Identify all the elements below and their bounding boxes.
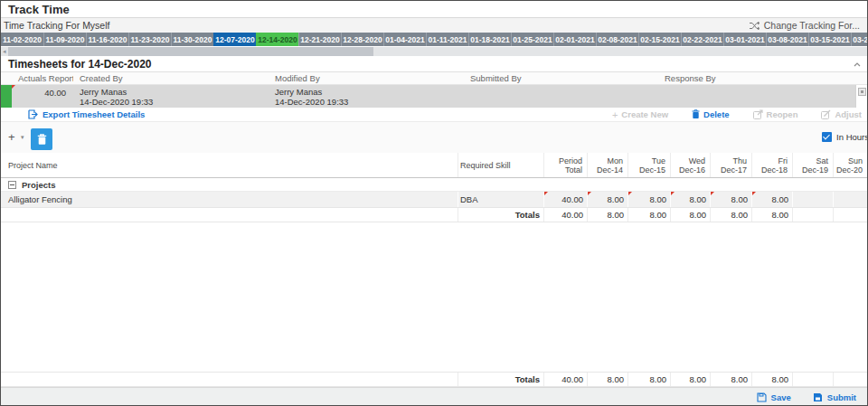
totals-wed: 8.00 xyxy=(670,373,710,386)
col-day-sun: SunDec-20 xyxy=(833,153,867,177)
week-tab[interactable]: 02-15-2021 xyxy=(638,33,681,46)
week-tab-current[interactable]: 12-14-2020 xyxy=(256,33,298,46)
totals-thu: 8.00 xyxy=(710,208,751,222)
project-row[interactable]: Alligator Fencing DBA 40.00 8.00 8.00 8.… xyxy=(1,192,867,208)
week-tab[interactable]: 01-04-2021 xyxy=(383,33,426,46)
hours-cell-sat[interactable] xyxy=(792,192,833,207)
week-tab[interactable]: 03-15-2021 xyxy=(808,33,851,46)
change-tracking-button[interactable]: Change Tracking For... xyxy=(750,20,860,31)
week-tab[interactable]: 11-30-2020 xyxy=(171,33,213,46)
grand-totals-row: Totals 40.00 8.00 8.00 8.00 8.00 8.00 xyxy=(1,372,867,387)
totals-period: 40.00 xyxy=(543,373,587,386)
timesheet-section-header: Timesheets for 14-Dec-2020 xyxy=(1,57,867,72)
save-button[interactable]: Save xyxy=(757,392,791,402)
col-period-total: PeriodTotal xyxy=(543,153,587,177)
col-actuals-reported: Actuals Reported xyxy=(12,73,73,83)
timesheet-actions-bar: Export Timesheet Details + Create New De… xyxy=(1,108,867,122)
collapse-minus-icon[interactable] xyxy=(8,181,16,189)
week-tab[interactable]: 11-16-2020 xyxy=(86,33,128,46)
totals-mon: 8.00 xyxy=(587,373,627,386)
col-created-by: Created By xyxy=(73,73,269,83)
week-tab[interactable]: 03-01-2021 xyxy=(723,33,766,46)
totals-tue: 8.00 xyxy=(627,373,670,386)
created-by-name: Jerry Manas xyxy=(80,87,269,97)
created-by-date: 14-Dec-2020 19:33 xyxy=(80,97,269,107)
hours-cell-fri[interactable]: 8.00 xyxy=(751,192,792,207)
totals-sun xyxy=(833,373,867,386)
week-tab[interactable]: 12-28-2020 xyxy=(341,33,383,46)
totals-mon: 8.00 xyxy=(587,208,627,222)
reopen-button[interactable]: Reopen xyxy=(753,109,798,119)
status-strip-green xyxy=(1,85,12,108)
week-tab[interactable]: 11-23-2020 xyxy=(128,33,171,46)
week-tab[interactable]: 02-22-2021 xyxy=(681,33,723,46)
col-day-fri: FriDec-18 xyxy=(751,153,792,177)
tabs-scrollbar: ◂ xyxy=(1,46,867,57)
week-tab[interactable]: 01-11-2021 xyxy=(426,33,468,46)
totals-fri: 8.00 xyxy=(751,373,792,386)
reopen-icon xyxy=(753,109,763,119)
scroll-left-icon[interactable]: ◂ xyxy=(3,48,6,55)
totals-label: Totals xyxy=(458,208,543,222)
week-tab[interactable]: 02-01-2021 xyxy=(553,33,596,46)
hours-cell-sun[interactable] xyxy=(833,192,867,207)
page-title: Track Time xyxy=(8,3,70,16)
chevron-down-icon[interactable]: ▾ xyxy=(21,134,24,141)
change-flag-icon xyxy=(588,192,591,195)
week-tab[interactable]: 01-18-2021 xyxy=(468,33,511,46)
week-tab[interactable]: 02-08-2021 xyxy=(596,33,638,46)
week-tab[interactable]: 03-08-2021 xyxy=(766,33,808,46)
grid-toolbar: + ▾ In Hours xyxy=(1,122,867,153)
export-timesheet-link[interactable]: Export Timesheet Details xyxy=(28,109,145,119)
required-skill-cell: DBA xyxy=(458,192,543,207)
hours-cell-mon[interactable]: 8.00 xyxy=(587,192,627,207)
totals-label: Totals xyxy=(458,373,543,386)
change-flag-icon xyxy=(752,192,756,195)
change-flag-icon xyxy=(671,192,675,195)
delete-button[interactable]: Delete xyxy=(692,109,730,119)
totals-row: Totals 40.00 8.00 8.00 8.00 8.00 8.00 xyxy=(1,208,867,222)
totals-sat xyxy=(792,373,833,386)
actuals-reported-value: 40.00 xyxy=(12,85,73,108)
hours-cell-wed[interactable]: 8.00 xyxy=(670,192,710,207)
row-icon-cell xyxy=(855,85,867,108)
week-tabs: 11-02-2020 11-09-2020 11-16-2020 11-23-2… xyxy=(1,33,867,46)
totals-tue: 8.00 xyxy=(627,208,670,222)
hours-cell-thu[interactable]: 8.00 xyxy=(710,192,751,207)
hours-cell-tue[interactable]: 8.00 xyxy=(627,192,670,207)
submit-button[interactable]: Submit xyxy=(813,392,856,402)
delete-row-button[interactable] xyxy=(31,128,52,150)
totals-thu: 8.00 xyxy=(710,373,751,386)
week-tab[interactable]: 12-21-2020 xyxy=(298,33,341,46)
in-hours-checkbox[interactable] xyxy=(822,132,832,142)
week-tab[interactable]: 11-02-2020 xyxy=(1,33,43,46)
project-name-cell: Alligator Fencing xyxy=(1,192,458,207)
submitted-by-cell xyxy=(464,85,658,108)
col-day-mon: MonDec-14 xyxy=(587,153,627,177)
week-tab[interactable]: 01-25-2021 xyxy=(511,33,553,46)
col-day-thu: ThuDec-17 xyxy=(710,153,751,177)
col-response-by: Response By xyxy=(658,73,855,83)
change-flag-icon xyxy=(12,85,15,89)
chevron-up-icon[interactable] xyxy=(854,62,861,67)
week-tab[interactable]: 11-09-2020 xyxy=(43,33,86,46)
in-hours-toggle: In Hours xyxy=(822,132,868,142)
week-tab[interactable]: 03-22-2021 xyxy=(851,33,867,46)
timesheet-row[interactable]: 40.00 Jerry Manas 14-Dec-2020 19:33 Jerr… xyxy=(1,85,867,108)
projects-group-row[interactable]: Projects xyxy=(1,178,867,192)
row-detail-icon[interactable] xyxy=(858,88,866,96)
totals-period: 40.00 xyxy=(543,208,587,222)
adjust-button[interactable]: Adjust xyxy=(821,109,862,119)
create-new-button[interactable]: + Create New xyxy=(612,109,668,120)
period-total-cell[interactable]: 40.00 xyxy=(543,192,587,207)
col-day-wed: WedDec-16 xyxy=(670,153,710,177)
col-required-skill: Required Skill xyxy=(458,153,543,177)
modified-by-name: Jerry Manas xyxy=(275,87,464,97)
scrollbar-thumb[interactable] xyxy=(8,47,373,56)
col-modified-by: Modified By xyxy=(269,73,464,83)
col-submitted-by: Submitted By xyxy=(464,73,658,83)
col-day-tue: TueDec-15 xyxy=(627,153,670,177)
add-row-button[interactable]: + xyxy=(8,130,15,144)
week-tab-selected[interactable]: 12-07-2020 xyxy=(213,33,256,46)
shuffle-icon xyxy=(750,22,760,30)
